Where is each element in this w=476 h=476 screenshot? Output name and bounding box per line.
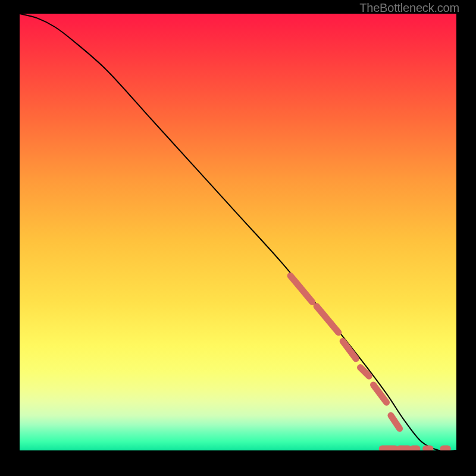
chart-frame [20,14,456,450]
intersection-markers [290,275,447,449]
attribution-text: TheBottleneck.com [359,1,459,15]
chart-svg [20,14,456,450]
marker-segment [290,275,312,302]
marker-segment [317,306,339,333]
marker-segment [391,415,400,428]
bottleneck-curve [20,14,456,450]
marker-segment [374,385,387,402]
